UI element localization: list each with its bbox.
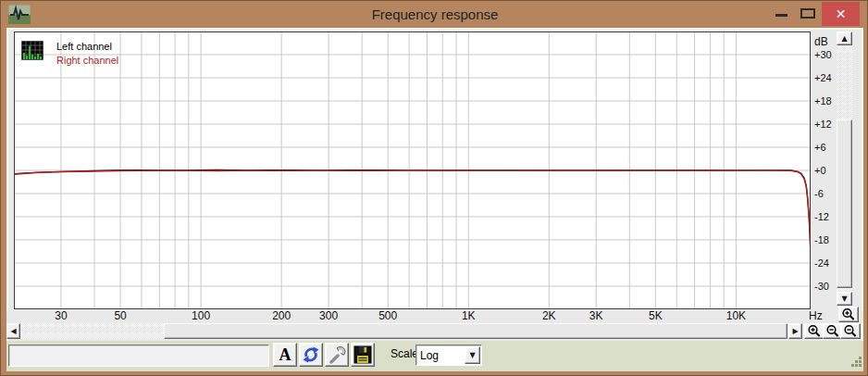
y-tick-label: +6 xyxy=(814,141,826,154)
chevron-down-icon: ▼ xyxy=(469,352,475,359)
zoom-out-icon xyxy=(825,324,840,338)
scroll-right-button[interactable]: ▶ xyxy=(788,323,802,339)
scroll-left-button[interactable]: ◀ xyxy=(6,323,20,339)
y-tick-label: -18 xyxy=(814,233,829,246)
y-tick-label: -30 xyxy=(814,280,829,293)
x-tick-label: 10K xyxy=(726,310,746,322)
minimize-icon xyxy=(775,14,787,17)
series-right-channel xyxy=(14,170,811,247)
app-waveform-icon[interactable] xyxy=(8,5,31,24)
y-tick-label: +12 xyxy=(814,118,832,131)
close-icon: ✕ xyxy=(836,6,847,21)
arrow-left-icon: ◀ xyxy=(10,328,16,335)
settings-button[interactable] xyxy=(325,343,349,367)
y-tick-label: -6 xyxy=(814,187,824,200)
close-button[interactable]: ✕ xyxy=(822,2,860,26)
x-axis-unit: Hz xyxy=(809,309,823,322)
frequency-response-plot[interactable] xyxy=(14,31,811,309)
maximize-button[interactable] xyxy=(795,1,821,27)
y-tick-label: -24 xyxy=(814,257,829,269)
font-icon: A xyxy=(279,345,291,365)
x-tick-label: 2K xyxy=(542,310,556,322)
font-button[interactable]: A xyxy=(273,343,297,367)
zoom-out-icon xyxy=(843,324,858,338)
maximize-icon xyxy=(800,8,815,19)
y-tick-label: +24 xyxy=(814,71,832,84)
y-tick-label: +18 xyxy=(814,94,832,107)
zoom-out-y-button[interactable] xyxy=(840,323,861,339)
scale-label: Scale xyxy=(391,347,418,360)
x-tick-label: 3K xyxy=(589,310,603,322)
horizontal-scrollbar-thumb[interactable] xyxy=(164,323,787,339)
series-left-channel xyxy=(14,169,811,245)
scroll-down-button[interactable]: ▼ xyxy=(837,292,852,306)
window-title: Frequency response xyxy=(1,1,868,28)
arrow-down-icon: ▼ xyxy=(841,295,847,303)
x-tick-label: 300 xyxy=(319,310,338,322)
resize-grip[interactable] xyxy=(849,357,862,368)
wrench-icon xyxy=(328,345,346,364)
refresh-button[interactable] xyxy=(299,343,323,367)
scale-dropdown-value: Log xyxy=(420,347,439,364)
zoom-in-y-button[interactable] xyxy=(838,307,859,322)
y-tick-label: +0 xyxy=(814,164,826,177)
legend-left-channel: Left channel xyxy=(56,41,112,52)
zoom-in-x-button[interactable] xyxy=(804,323,825,339)
refresh-icon xyxy=(302,345,320,364)
title-bar[interactable]: Frequency response ✕ xyxy=(1,1,868,28)
x-tick-label: 1K xyxy=(462,310,476,322)
vertical-scrollbar-thumb[interactable] xyxy=(837,119,852,288)
zoom-in-icon xyxy=(807,324,822,338)
y-axis-unit: dB xyxy=(814,35,828,48)
x-tick-label: 30 xyxy=(55,310,67,322)
y-tick-label: -12 xyxy=(814,210,829,223)
x-tick-label: 500 xyxy=(378,310,397,322)
floppy-save-icon xyxy=(353,345,372,364)
save-button[interactable] xyxy=(351,343,375,367)
x-axis-labels: Hz 30501002003005001K2K3K5K10K xyxy=(6,310,863,323)
scroll-up-button[interactable]: ▲ xyxy=(837,31,852,45)
zoom-in-icon xyxy=(841,307,856,321)
y-axis-labels: dB +30+24+18+12+6+0-6-12-18-24-30 xyxy=(812,31,837,309)
spectrum-legend-icon xyxy=(21,41,43,60)
x-tick-label: 50 xyxy=(114,310,126,322)
x-tick-label: 100 xyxy=(192,310,210,322)
x-tick-label: 200 xyxy=(272,310,291,322)
arrow-up-icon: ▲ xyxy=(841,35,847,43)
dropdown-arrow-button[interactable]: ▼ xyxy=(465,346,480,364)
frequency-response-window: Frequency response ✕ Left channel Right … xyxy=(0,0,868,376)
scale-dropdown[interactable]: Log ▼ xyxy=(415,345,482,366)
x-tick-label: 5K xyxy=(649,310,663,322)
arrow-right-icon: ▶ xyxy=(792,328,798,335)
legend-right-channel: Right channel xyxy=(56,55,118,66)
y-tick-label: +30 xyxy=(814,48,832,61)
cursor-readout-panel: Cursor: 1231 Hz, left = -0.11 dB, right … xyxy=(8,345,269,367)
minimize-button[interactable] xyxy=(767,1,793,27)
